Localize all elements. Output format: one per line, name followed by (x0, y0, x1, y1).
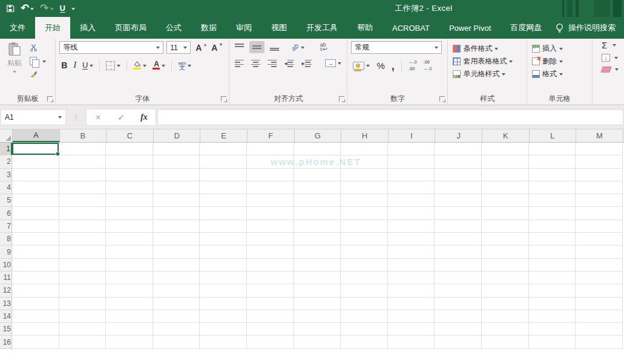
row-header-12[interactable]: 12 (0, 284, 12, 297)
chevron-down-icon[interactable] (30, 8, 34, 12)
cell-f9[interactable] (247, 245, 294, 258)
cell-k11[interactable] (482, 271, 529, 284)
tab-baidu-netdisk[interactable]: 百度网盘 (501, 17, 551, 39)
cell-j11[interactable] (435, 271, 482, 284)
cell-k12[interactable] (482, 284, 529, 297)
cell-m12[interactable] (576, 284, 623, 297)
tab-formulas[interactable]: 公式 (156, 17, 191, 39)
cell-d6[interactable] (153, 207, 200, 219)
undo-button[interactable]: ↶ (21, 4, 34, 13)
cell-i1[interactable] (388, 143, 435, 155)
cell-k1[interactable] (482, 143, 529, 155)
row-header-9[interactable]: 9 (0, 245, 12, 258)
tab-file[interactable]: 文件 (0, 17, 35, 39)
cell-l11[interactable] (529, 271, 576, 284)
cell-j14[interactable] (435, 310, 482, 323)
cell-i10[interactable] (388, 259, 435, 271)
cell-f15[interactable] (247, 323, 294, 336)
cell-j16[interactable] (435, 336, 482, 348)
bottom-align-button[interactable] (268, 42, 281, 52)
cell-m2[interactable] (576, 155, 623, 168)
name-box[interactable]: A1 (1, 109, 66, 125)
cell-i4[interactable] (388, 181, 435, 194)
cell-j12[interactable] (435, 284, 482, 297)
cell-g7[interactable] (294, 220, 341, 233)
row-header-17[interactable]: 17 (0, 349, 12, 349)
cell-e17[interactable] (200, 349, 247, 349)
insert-cells-button[interactable]: 插入 (531, 42, 588, 55)
cell-j3[interactable] (435, 169, 482, 181)
phonetic-guide-button[interactable]: wén 文 (176, 60, 193, 71)
cell-c6[interactable] (106, 207, 153, 219)
column-header-j[interactable]: J (435, 129, 482, 142)
cell-i6[interactable] (388, 207, 435, 219)
cell-i11[interactable] (388, 271, 435, 284)
cell-l6[interactable] (529, 207, 576, 219)
cell-g9[interactable] (294, 245, 341, 258)
cell-l4[interactable] (529, 181, 576, 194)
cell-h15[interactable] (341, 323, 388, 336)
row-header-15[interactable]: 15 (0, 323, 12, 336)
align-left-button[interactable] (233, 59, 246, 68)
cell-k9[interactable] (482, 245, 529, 258)
align-right-button[interactable] (266, 59, 278, 68)
cell-l2[interactable] (529, 155, 576, 168)
cell-i9[interactable] (388, 245, 435, 258)
column-header-h[interactable]: H (341, 129, 389, 142)
cell-e1[interactable] (200, 143, 247, 155)
cell-c13[interactable] (106, 297, 153, 310)
cell-m7[interactable] (576, 220, 623, 233)
formula-bar-resizer[interactable]: ⋮ (66, 112, 86, 122)
cell-i17[interactable] (388, 349, 435, 349)
cell-g17[interactable] (294, 349, 341, 349)
cell-h13[interactable] (341, 297, 388, 310)
middle-align-button[interactable] (249, 41, 264, 53)
cell-k2[interactable] (482, 155, 529, 168)
tab-review[interactable]: 审阅 (226, 17, 261, 39)
cell-j5[interactable] (435, 194, 482, 207)
cell-a14[interactable] (12, 310, 59, 323)
cut-button[interactable] (28, 42, 48, 53)
cell-d11[interactable] (153, 271, 200, 284)
cell-d5[interactable] (153, 194, 200, 207)
cell-c9[interactable] (106, 245, 153, 258)
tell-me-search[interactable]: 操作说明搜索 (556, 17, 624, 39)
wrap-text-button[interactable]: ab c↩ (318, 42, 329, 53)
cell-f8[interactable] (247, 233, 294, 245)
cell-k14[interactable] (482, 310, 529, 323)
cell-k4[interactable] (482, 181, 529, 194)
cell-h2[interactable] (341, 155, 388, 168)
cell-g10[interactable] (294, 259, 341, 271)
cell-j15[interactable] (435, 323, 482, 336)
cell-d17[interactable] (153, 349, 200, 349)
select-all-button[interactable] (0, 129, 13, 142)
cell-e12[interactable] (200, 284, 247, 297)
orientation-button[interactable]: ab (289, 42, 306, 52)
cell-f7[interactable] (247, 220, 294, 233)
delete-cells-button[interactable]: 删除 (531, 55, 588, 68)
cell-i5[interactable] (388, 194, 435, 207)
cell-d4[interactable] (153, 181, 200, 194)
paste-button[interactable]: 粘贴 (4, 41, 25, 79)
row-header-3[interactable]: 3 (0, 169, 12, 181)
cell-g16[interactable] (294, 336, 341, 348)
merge-center-button[interactable]: ↔ (323, 58, 343, 68)
cell-f1[interactable] (247, 143, 294, 155)
cell-m14[interactable] (576, 310, 623, 323)
cell-a8[interactable] (12, 233, 59, 245)
cell-i2[interactable] (388, 155, 435, 168)
cell-a16[interactable] (12, 336, 59, 348)
cell-j6[interactable] (435, 207, 482, 219)
cell-l5[interactable] (529, 194, 576, 207)
cell-b6[interactable] (59, 207, 107, 219)
cell-d9[interactable] (153, 245, 200, 258)
cell-h11[interactable] (341, 271, 388, 284)
cell-h9[interactable] (341, 245, 388, 258)
dialog-launcher-icon[interactable] (47, 96, 53, 102)
column-header-i[interactable]: I (389, 129, 436, 142)
cell-l12[interactable] (529, 284, 576, 297)
cell-c10[interactable] (106, 259, 153, 271)
cell-b3[interactable] (59, 169, 107, 181)
cell-i12[interactable] (388, 284, 435, 297)
cell-d1[interactable] (153, 143, 200, 155)
